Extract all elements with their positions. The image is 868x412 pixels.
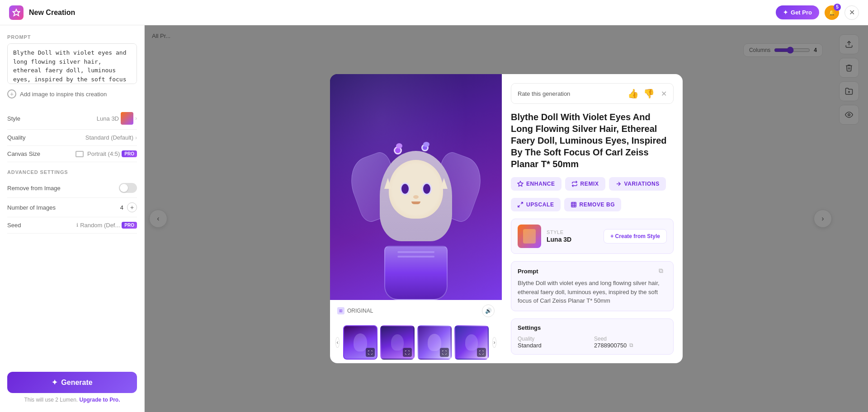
variations-label: VARIATIONS — [624, 181, 660, 187]
rate-label: Rate this generation — [518, 90, 623, 97]
style-card-name: Luna 3D — [547, 236, 598, 243]
modal-info-col: Rate this generation 👍 👎 ✕ Blythe Doll W… — [502, 74, 683, 363]
sidebar: Prompt Blythe Doll with violet eyes and … — [0, 25, 145, 412]
quality-setting-label: Quality — [518, 336, 590, 342]
generate-label: Generate — [61, 379, 92, 387]
add-image-icon: + — [7, 89, 16, 98]
rate-close-button[interactable]: ✕ — [661, 89, 667, 98]
number-plus-button[interactable]: + — [127, 202, 137, 212]
generate-button[interactable]: ✦ Generate — [7, 372, 137, 393]
action-buttons-2: UPSCALE REMOVE BG — [511, 198, 674, 211]
topbar: New Creation ✦ Get Pro 🔔 5 ✕ — [0, 0, 868, 25]
fairy-face — [389, 160, 443, 219]
settings-section: Settings Quality Standard Seed 278890075… — [511, 318, 674, 355]
enhance-button[interactable]: ENHANCE — [511, 177, 561, 191]
advanced-settings-label: ADVANCED SETTINGS — [7, 169, 137, 175]
remove-bg-button[interactable]: REMOVE BG — [564, 198, 622, 211]
quality-label: Quality — [7, 134, 82, 141]
generate-footer: This will use 2 Lumen. Upgrade to Pro. — [7, 397, 137, 403]
thumbnails-row: ‹ ⛶ — [330, 322, 502, 363]
thumb-images: ⛶ ⛶ — [343, 325, 489, 360]
generate-sparkle-icon: ✦ — [52, 378, 57, 387]
copy-prompt-button[interactable]: ⧉ — [659, 267, 667, 275]
thumb-down-button[interactable]: 👎 — [643, 88, 655, 99]
number-of-images-row: Number of Images 4 + — [7, 198, 137, 217]
settings-section-label: Settings — [518, 324, 667, 331]
canvas-size-row[interactable]: Canvas Size Portrait (4:5) PRO — [7, 146, 137, 162]
svg-marker-5 — [518, 181, 523, 186]
topbar-right: ✦ Get Pro 🔔 5 ✕ — [776, 5, 859, 20]
svg-marker-0 — [13, 9, 20, 15]
fairy-illustration — [371, 142, 461, 300]
remove-from-image-label: Remove from Image — [7, 185, 115, 192]
expand-icon-3: ⛶ — [440, 348, 449, 357]
remove-from-image-row: Remove from Image — [7, 178, 137, 198]
enhance-label: ENHANCE — [526, 181, 555, 187]
quality-chevron-icon: › — [135, 135, 137, 141]
style-thumbnail — [121, 112, 133, 125]
upgrade-link[interactable]: Upgrade to Pro. — [80, 397, 120, 403]
style-value: Luna 3D — [97, 115, 119, 122]
audio-button[interactable]: 🔊 — [482, 304, 495, 317]
upscale-button[interactable]: UPSCALE — [511, 198, 561, 211]
quality-value: Standard (Default) — [85, 134, 133, 141]
close-top-button[interactable]: ✕ — [844, 5, 859, 20]
remove-bg-label: REMOVE BG — [580, 201, 615, 208]
prompt-textarea[interactable]: Blythe Doll with violet eyes and long fl… — [7, 43, 137, 84]
seed-info-icon: ℹ — [76, 222, 78, 228]
remove-from-image-toggle[interactable] — [119, 183, 137, 193]
copy-seed-button[interactable]: ⧉ — [629, 342, 633, 348]
quality-setting-value: Standard — [518, 342, 590, 349]
original-badge: ⊞ ORIGINAL — [337, 307, 373, 314]
original-icon: ⊞ — [337, 307, 344, 314]
style-label: Style — [7, 115, 93, 122]
add-image-row[interactable]: + Add image to inspire this creation — [7, 89, 137, 98]
notification-badge[interactable]: 🔔 5 — [825, 5, 839, 20]
style-card-thumbnail — [518, 225, 541, 248]
toggle-knob — [120, 184, 128, 192]
get-pro-icon: ✦ — [783, 9, 788, 16]
quality-row[interactable]: Quality Standard (Default) › — [7, 130, 137, 146]
style-card-label: Style — [547, 229, 598, 235]
quality-value-group: Standard (Default) › — [85, 134, 137, 141]
thumbnail-2[interactable]: ⛶ — [380, 325, 415, 360]
create-from-style-label: + Create from Style — [610, 233, 660, 239]
style-card-info: Style Luna 3D — [547, 229, 598, 243]
thumbnail-1[interactable]: ⛶ — [343, 325, 377, 360]
action-buttons: ENHANCE REMIX VARIATIONS — [511, 177, 674, 191]
prompt-section: Prompt ⧉ Blythe Doll with violet eyes an… — [511, 261, 674, 311]
canvas-size-label: Canvas Size — [7, 150, 72, 157]
seed-pro-badge: PRO — [122, 222, 137, 229]
remix-button[interactable]: REMIX — [565, 177, 605, 191]
thumb-up-button[interactable]: 👍 — [627, 88, 639, 99]
style-row[interactable]: Style Luna 3D › — [7, 108, 137, 130]
modal-main-image — [330, 74, 502, 300]
modal-image-col: ⊞ ORIGINAL 🔊 ‹ ⛶ — [330, 74, 502, 363]
create-from-style-button[interactable]: + Create from Style — [604, 229, 667, 243]
seed-row[interactable]: Seed ℹ Random (Def... PRO — [7, 217, 137, 234]
image-title: Blythe Doll With Violet Eyes And Long Fl… — [511, 111, 674, 170]
quality-setting: Quality Standard — [518, 336, 590, 349]
seed-label: Seed — [7, 222, 73, 229]
thumbnail-4[interactable]: ⛶ — [454, 325, 489, 360]
main-content: All Pr... Columns 4 — [145, 25, 868, 412]
canvas-size-value-group: Portrait (4:5) PRO — [75, 150, 137, 157]
get-pro-button[interactable]: ✦ Get Pro — [776, 5, 819, 19]
upscale-label: UPSCALE — [526, 201, 554, 208]
prompt-section-header: Prompt ⧉ — [518, 267, 667, 275]
thumbnail-3[interactable]: ⛶ — [417, 325, 452, 360]
expand-icon-2: ⛶ — [403, 348, 412, 357]
fairy-dress — [384, 246, 448, 300]
seed-setting: Seed 2788900750 ⧉ — [594, 336, 667, 349]
remix-label: REMIX — [580, 181, 599, 187]
variations-button[interactable]: VARIATIONS — [609, 177, 666, 191]
number-of-images-label: Number of Images — [7, 204, 117, 211]
modal: ⊞ ORIGINAL 🔊 ‹ ⛶ — [330, 74, 683, 363]
modal-body: ⊞ ORIGINAL 🔊 ‹ ⛶ — [330, 74, 683, 363]
thumb-nav-left[interactable]: ‹ — [335, 337, 340, 348]
badge-count: 5 — [834, 4, 841, 11]
expand-icon-4: ⛶ — [477, 348, 486, 357]
rate-bar: Rate this generation 👍 👎 ✕ — [511, 83, 674, 104]
thumb-nav-right[interactable]: › — [492, 337, 496, 348]
prompt-text: Blythe Doll with violet eyes and long fl… — [518, 279, 667, 305]
